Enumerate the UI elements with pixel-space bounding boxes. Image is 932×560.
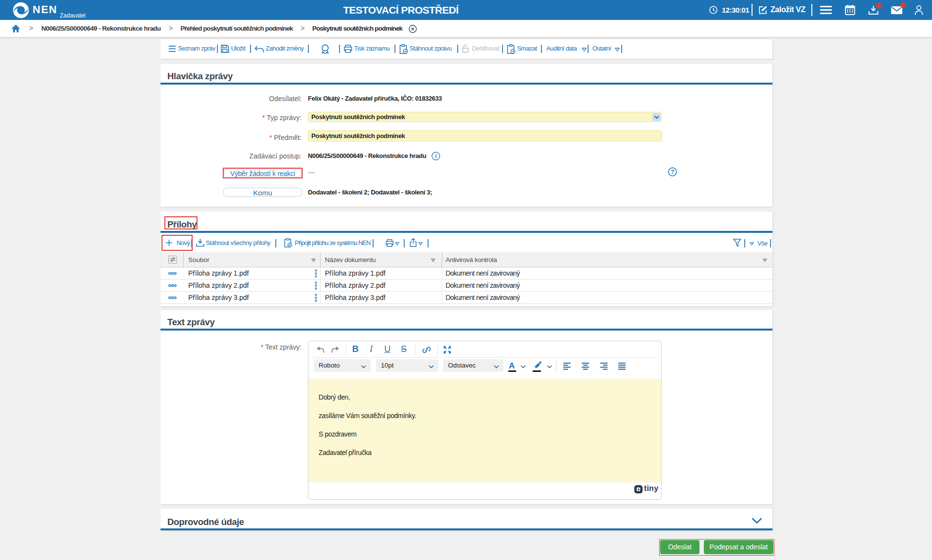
svg-text:i: i (435, 153, 437, 159)
svg-text:?: ? (671, 169, 675, 175)
